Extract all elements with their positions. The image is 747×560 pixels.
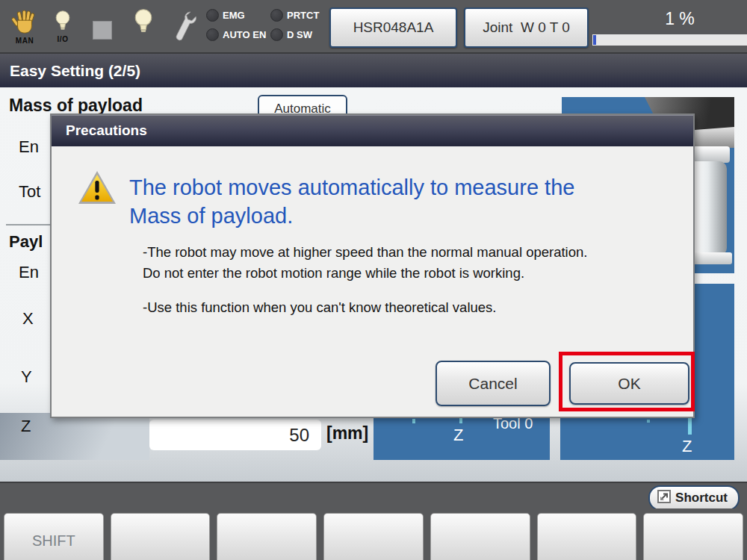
wrench-icon (170, 7, 197, 47)
z-value-input[interactable]: 50 (149, 420, 321, 450)
shortcut-bar: Shortcut (0, 482, 747, 508)
robot-model-button[interactable]: HSR048A1A (329, 7, 457, 48)
status-led-panel: EMG PRTCT AUTO EN D SW (206, 9, 342, 41)
axis-dot-icon (647, 420, 650, 423)
io-label: I/O (58, 35, 69, 43)
dialog-body-line3: -Use this function when you can't know t… (143, 297, 587, 318)
emg-led-icon (206, 9, 219, 22)
function-key-shift[interactable]: SHIFT (4, 513, 104, 560)
toolbar: MAN I/O (0, 0, 747, 52)
function-key-row: SHIFT (0, 508, 747, 560)
mass-of-payload-heading: Mass of payload (9, 96, 143, 116)
axis-tick-icon (412, 419, 415, 423)
override-percent: 1 % (639, 9, 721, 29)
function-key-2[interactable] (111, 513, 211, 560)
auto-en-led-icon (206, 28, 219, 41)
dialog-body-line2: Do not enter the robot motion range whil… (143, 263, 587, 284)
warning-icon (77, 169, 117, 208)
shortcut-label: Shortcut (675, 491, 728, 505)
dialog-heading-line1: The robot moves automatically to measure… (129, 173, 675, 202)
io-bulb-icon (54, 10, 72, 37)
z-unit-label: [mm] (326, 423, 368, 444)
override-progress-fill (593, 35, 596, 45)
shortcut-button[interactable]: Shortcut (648, 485, 740, 511)
dialog-body-line1: -The robot may move at higher speed than… (143, 242, 587, 263)
precautions-dialog: Precautions The robot moves automaticall… (50, 113, 695, 418)
led-auto-en: AUTO EN (206, 28, 270, 41)
io-button[interactable]: I/O (54, 10, 72, 43)
joint-mode-button[interactable]: Joint W 0 T 0 (464, 7, 589, 48)
dialog-heading-line2: Mass of payload. (129, 202, 675, 230)
lamp-icon (133, 7, 154, 40)
cancel-button[interactable]: Cancel (436, 361, 551, 406)
wrench-button[interactable] (170, 7, 197, 47)
hand-icon (12, 10, 37, 38)
lamp-button[interactable] (133, 7, 154, 40)
stop-square-icon[interactable] (93, 21, 112, 40)
manual-mode-label: MAN (16, 37, 34, 45)
dialog-heading: The robot moves automatically to measure… (129, 173, 675, 230)
label-total: Tot (19, 182, 40, 202)
section-divider (6, 224, 51, 225)
label-y: Y (21, 367, 32, 387)
d-sw-led-icon (270, 28, 283, 41)
page-header: Easy Setting (2/5) (0, 52, 747, 87)
led-emg: EMG (206, 9, 270, 22)
prtct-led-icon (270, 9, 283, 22)
teach-pendant-screen: MAN I/O (0, 0, 747, 560)
dialog-title: Precautions (52, 115, 693, 146)
function-key-7[interactable] (643, 513, 743, 560)
label-z: Z (21, 417, 31, 436)
dialog-body: -The robot may move at higher speed than… (143, 242, 587, 318)
label-enter-2: En (19, 263, 39, 282)
function-key-3[interactable] (217, 513, 317, 560)
page-title: Easy Setting (2/5) (0, 54, 747, 87)
function-key-4[interactable] (323, 513, 424, 560)
label-enter-1: En (19, 137, 39, 157)
label-x: X (22, 309, 34, 329)
function-key-5[interactable] (430, 513, 530, 560)
override-progress-bar (592, 34, 747, 46)
function-key-6[interactable] (537, 513, 637, 560)
axis-left-z-label: Z (453, 426, 463, 445)
axis-right-z-label: Z (682, 437, 692, 456)
shortcut-icon (657, 490, 671, 507)
label-payload: Payl (9, 232, 43, 252)
ok-button[interactable]: OK (569, 362, 689, 405)
manual-mode-button[interactable]: MAN (12, 10, 37, 45)
